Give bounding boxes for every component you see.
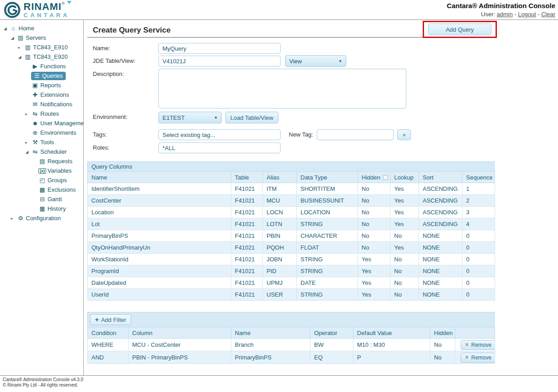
table-row[interactable]: QtyOnHandPrimaryUnF41021PQOHFLOATNoYesNO… (88, 242, 495, 254)
printer-icon: ▣ (31, 82, 39, 89)
environment-select[interactable]: E1TEST ▼ (158, 112, 222, 123)
table-row[interactable]: LocationF41021LOCNLOCATIONNoYesASCENDING… (88, 207, 495, 218)
sidebar-item-functions[interactable]: ▶ Functions (25, 61, 83, 71)
logout-link[interactable]: Logout (518, 11, 536, 18)
cell-sequence: 0 (463, 265, 495, 277)
table-row[interactable]: CostCenterF41021MCUBUSINESSUNITNoYesASCE… (88, 195, 495, 207)
sidebar-item-requests[interactable]: ▤ Requests (33, 156, 83, 166)
cell-name: QtyOnHandPrimaryUn (88, 242, 231, 254)
sidebar-item-reports[interactable]: ▣ Reports (25, 80, 83, 90)
filter-header-operator: Operator (310, 327, 353, 339)
sidebar-item-tc843-e910[interactable]: ▸ ▥ TC843_E910 (18, 43, 83, 52)
name-input[interactable] (158, 43, 281, 54)
chevron-down-icon: ▼ (214, 116, 218, 120)
sidebar-item-label: Requests (46, 158, 72, 165)
roles-input[interactable] (158, 142, 281, 153)
sidebar-item-label: Variables (46, 167, 72, 174)
table-row[interactable]: PrimaryBinPSF41021PBINCHARACTERNoNoNONE0 (88, 230, 495, 242)
user-name-link[interactable]: admin (497, 11, 513, 18)
table-row[interactable]: DateUpdatedF41021UPMJDATEYesNoNONE0 (88, 277, 495, 289)
cell-alias: LOCN (263, 207, 297, 218)
sidebar-item-configuration[interactable]: ▸ ⚙ Configuration (11, 213, 83, 223)
sidebar-item-queries[interactable]: ☰ Queries (25, 71, 83, 80)
cell-actions: ✕ Remove (455, 351, 495, 364)
gear-icon: ⚙ (17, 215, 24, 222)
cell-lookup: Yes (391, 207, 419, 218)
close-icon: ✕ (465, 354, 469, 360)
expand-arrow-icon[interactable]: ◢ (18, 55, 24, 59)
sidebar-item-servers[interactable]: ◢ ▤ Servers (11, 33, 83, 43)
table-row[interactable]: IdentifierShortItemF41021ITMSHORTITEMNoY… (88, 183, 495, 195)
cell-hidden: No (430, 339, 455, 351)
sidebar-item-user-management[interactable]: ☻ User Management (25, 118, 83, 128)
add-filter-button[interactable]: + Add Filter (90, 314, 131, 325)
sidebar-item-history[interactable]: ▦ History (33, 204, 83, 213)
filter-header-hidden: Hidden (430, 327, 455, 339)
new-tag-input[interactable] (317, 129, 394, 140)
filter-header-default-value: Default Value (353, 327, 430, 339)
filter-row[interactable]: WHERE MCU - CostCenter Branch BW M10 : M… (88, 339, 495, 351)
description-textarea[interactable] (158, 69, 406, 109)
request-file-icon: ▤ (38, 158, 46, 165)
cell-lookup: No (391, 230, 419, 242)
jde-table-view-input[interactable] (158, 56, 281, 66)
tags-input[interactable] (158, 129, 281, 140)
sidebar-item-scheduler[interactable]: ◢ ⇋ Scheduler (25, 147, 83, 156)
cell-table: F41021 (231, 230, 263, 242)
sidebar-item-tools[interactable]: ▸ ⚒ Tools (25, 137, 83, 147)
sidebar-item-environments[interactable]: ⊕ Environments (25, 128, 83, 137)
expand-arrow-icon[interactable]: ◢ (25, 150, 31, 154)
remove-filter-button[interactable]: ✕ Remove (461, 340, 495, 350)
sidebar-item-label: Reports (39, 82, 61, 89)
brand-subtitle: CANTARA (24, 12, 70, 18)
scheduler-icon: ⇋ (31, 148, 39, 155)
collapse-arrow-icon[interactable]: ▸ (18, 45, 24, 50)
sidebar-item-gantt[interactable]: ⊟ Gantt (33, 194, 83, 204)
filter-header-condition: Condition (88, 327, 129, 339)
sidebar-item-variables[interactable]: (x) Variables (33, 166, 83, 175)
sidebar-item-groups[interactable]: ◰ Groups (33, 175, 83, 185)
cell-lookup: Yes (391, 195, 419, 207)
clear-link[interactable]: Clear (541, 11, 555, 18)
cell-sort: NONE (419, 230, 463, 242)
chevron-down-icon: ▼ (339, 59, 342, 63)
cell-hidden: No (358, 230, 391, 242)
environment-value: E1TEST (162, 114, 185, 121)
sidebar-item-notifications[interactable]: ✉ Notifications (25, 99, 83, 109)
load-table-view-button[interactable]: Load Table/View (225, 112, 278, 123)
table-view-type-select[interactable]: View ▼ (285, 55, 346, 67)
filter-row[interactable]: AND PBIN - PrimaryBinPS PrimaryBinPS EQ … (88, 351, 495, 364)
expand-arrow-icon[interactable]: ◢ (11, 36, 17, 40)
description-label: Description: (93, 69, 158, 77)
sidebar-item-label: Exclusions (46, 186, 76, 193)
cell-lookup: Yes (391, 242, 419, 254)
collapse-arrow-icon[interactable]: ▸ (25, 140, 31, 145)
cell-table: F41021 (231, 195, 263, 207)
filter-header-actions (455, 327, 495, 339)
sidebar-item-tc843-e920[interactable]: ◢ ▥ TC843_E920 (18, 52, 83, 61)
table-row[interactable]: WorkStationIdF41021JOBNSTRINGYesNoNONE0 (88, 254, 495, 265)
table-row[interactable]: ProgramIdF41021PIDSTRINGYesNoNONE0 (88, 265, 495, 277)
table-row[interactable]: LotF41021LOTNSTRINGNoYesASCENDING4 (88, 218, 495, 230)
sidebar-item-label: Queries (41, 72, 63, 79)
collapse-arrow-icon[interactable]: ▸ (11, 216, 17, 221)
filters-toolbar: + Add Filter (87, 312, 495, 327)
sidebar-item-routes[interactable]: ▸ ⇆ Routes (25, 109, 83, 118)
footer-version: Cantara® Administration Console v4.3.0 (3, 377, 558, 383)
column-header-data-type: Data Type (297, 172, 358, 183)
selected-item-highlight[interactable]: ☰ Queries (31, 72, 66, 80)
collapse-arrow-icon[interactable]: ▸ (25, 112, 31, 116)
table-row[interactable]: UserIdF41021USERSTRINGYesNoNONE0 (88, 289, 495, 301)
add-tag-button[interactable]: + (397, 129, 411, 140)
sidebar-item-exclusions[interactable]: ▩ Exclusions (33, 185, 83, 194)
remove-filter-button[interactable]: ✕ Remove (461, 353, 495, 363)
sidebar-item-label: History (46, 205, 66, 212)
user-session-bar: User: admin - Logout - Clear (447, 11, 555, 18)
cell-sort: NONE (419, 242, 463, 254)
sidebar-item-home[interactable]: ◢ ⌂ Home (4, 24, 83, 33)
add-query-button[interactable]: Add Query (428, 24, 491, 35)
expand-arrow-icon[interactable]: ◢ (4, 26, 10, 31)
cell-column: PBIN - PrimaryBinPS (129, 351, 231, 364)
sidebar-item-extensions[interactable]: ✚ Extensions (25, 90, 83, 99)
hidden-all-checkbox[interactable] (383, 175, 388, 180)
